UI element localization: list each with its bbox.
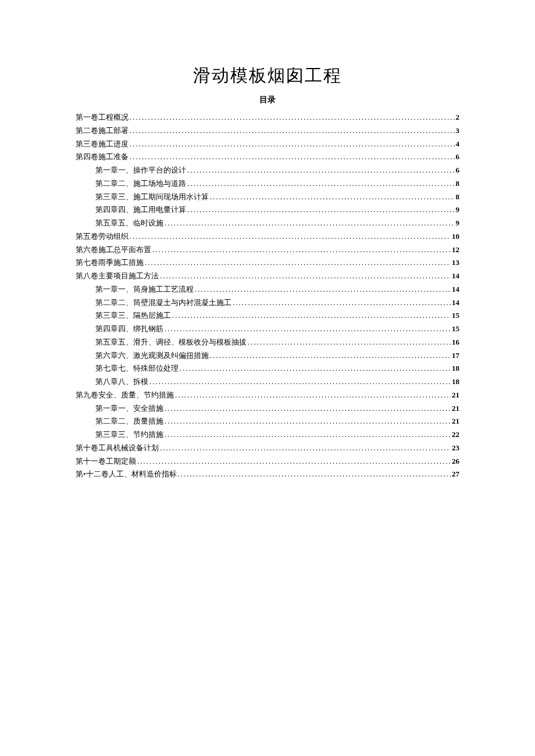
toc-dots (165, 217, 455, 230)
toc-entry-page: 8 (456, 177, 460, 191)
toc-entry-page: 15 (452, 309, 459, 323)
toc-entry-page: 14 (452, 296, 459, 310)
toc-entry: 第•十二卷人工、材料造价指标27 (76, 468, 459, 481)
toc-heading: 目录 (76, 95, 459, 105)
toc-entry-label: 第一卷工程概况 (76, 111, 129, 124)
toc-dots (233, 296, 451, 310)
toc-entry: 第二章二、筒壁混凝土与内衬混凝土施工14 (76, 296, 459, 310)
toc-dots (137, 455, 451, 468)
toc-entry: 第一卷工程概况2 (76, 111, 459, 124)
toc-dots (187, 164, 455, 177)
toc-entry-page: 27 (452, 468, 459, 481)
toc-entry-label: 第二章二、筒壁混凝土与内衬混凝土施工 (95, 296, 231, 310)
toc-entry-label: 第六章六、激光观测及纠偏扭措施 (95, 349, 209, 363)
toc-entry: 第三章三、节约措施22 (76, 428, 459, 442)
toc-dots (130, 111, 455, 124)
toc-dots (160, 442, 451, 455)
toc-entry: 第五卷劳动组织10 (76, 230, 459, 243)
toc-dots (187, 177, 455, 191)
toc-entry-page: 17 (452, 349, 459, 363)
toc-entry-label: 第三章三、施工期间现场用水计算 (95, 191, 209, 204)
toc-entry-page: 12 (452, 243, 459, 257)
toc-entry-page: 14 (452, 270, 459, 283)
toc-entry-page: 18 (452, 362, 459, 375)
toc-entry-page: 23 (452, 442, 459, 455)
toc-entry-page: 18 (452, 375, 459, 389)
toc-entry-label: 第十一卷工期定额 (76, 455, 136, 468)
table-of-contents: 第一卷工程概况2第二卷施工部署3第三卷施工进度4第四卷施工准备6第一章一、操作平… (76, 111, 459, 481)
toc-entry: 第六章六、激光观测及纠偏扭措施17 (76, 349, 459, 363)
toc-entry: 第十卷工具机械设备计划23 (76, 442, 459, 455)
toc-dots (187, 203, 455, 217)
toc-entry-label: 第六卷施工总平面布置 (76, 243, 151, 257)
toc-entry-page: 3 (456, 124, 460, 138)
toc-entry-page: 21 (452, 402, 459, 415)
toc-entry-label: 第一章一、操作平台的设计 (95, 164, 186, 177)
toc-entry-label: 第二卷施工部署 (76, 124, 129, 138)
toc-dots (210, 191, 455, 204)
toc-entry: 第三卷施工进度4 (76, 138, 459, 151)
toc-entry-label: 第十卷工具机械设备计划 (76, 442, 159, 455)
toc-entry-label: 第四卷施工准备 (76, 151, 129, 164)
toc-dots (130, 138, 455, 151)
toc-dots (160, 270, 451, 283)
toc-dots (180, 362, 451, 375)
toc-entry-page: 9 (456, 203, 460, 217)
toc-entry: 第一章一、操作平台的设计6 (76, 164, 459, 177)
toc-dots (130, 151, 455, 164)
toc-entry: 第二卷施工部署3 (76, 124, 459, 138)
toc-entry-page: 6 (456, 151, 460, 164)
document-title: 滑动模板烟囱工程 (76, 64, 459, 88)
toc-entry-label: 第五章五、滑升、调径、模板收分与模板抽拔 (95, 336, 247, 349)
toc-entry-label: 第九卷安全、质量、节约措施 (76, 389, 174, 402)
toc-entry: 第七章七、特殊部位处理18 (76, 362, 459, 375)
toc-entry: 第一章一、安全措施21 (76, 402, 459, 415)
toc-dots (248, 336, 451, 349)
toc-entry: 第九卷安全、质量、节约措施21 (76, 389, 459, 402)
toc-entry: 第七卷雨季施工措施13 (76, 256, 459, 270)
toc-dots (165, 402, 451, 415)
toc-entry: 第四章四、施工用电量计算9 (76, 203, 459, 217)
toc-dots (172, 309, 451, 323)
toc-entry-label: 第三卷施工进度 (76, 138, 129, 151)
toc-dots (165, 323, 451, 336)
toc-entry-label: 第一章一、筒身施工工艺流程 (95, 283, 194, 296)
toc-dots (165, 428, 451, 442)
toc-entry: 第一章一、筒身施工工艺流程14 (76, 283, 459, 296)
toc-entry-page: 10 (452, 230, 459, 243)
toc-entry-page: 6 (456, 164, 460, 177)
toc-entry-label: 第八卷主要项目施工方法 (76, 270, 159, 283)
toc-entry-label: 第一章一、安全措施 (95, 402, 163, 415)
toc-entry-label: 第四章四、施工用电量计算 (95, 203, 186, 217)
toc-entry-label: 第三章三、节约措施 (95, 428, 163, 442)
toc-dots (175, 389, 451, 402)
toc-entry: 第二章二、质量措施21 (76, 415, 459, 428)
toc-dots (130, 124, 455, 138)
toc-entry-label: 第三章三、隔热层施工 (95, 309, 171, 323)
toc-entry-page: 14 (452, 283, 459, 296)
toc-entry-page: 4 (456, 138, 460, 151)
toc-dots (178, 468, 451, 481)
toc-dots (210, 349, 451, 363)
toc-entry: 第三章三、施工期间现场用水计算8 (76, 191, 459, 204)
toc-dots (165, 415, 451, 428)
toc-entry-label: 第七章七、特殊部位处理 (95, 362, 179, 375)
toc-entry-page: 8 (456, 191, 460, 204)
toc-entry-label: 第•十二卷人工、材料造价指标 (76, 468, 177, 481)
toc-dots (195, 283, 451, 296)
toc-dots (152, 243, 451, 257)
toc-dots (145, 256, 451, 270)
toc-entry: 第四章四、绑扎钢筋15 (76, 323, 459, 336)
toc-entry-label: 第四章四、绑扎钢筋 (95, 323, 163, 336)
toc-entry-label: 第二章二、施工场地与道路 (95, 177, 186, 191)
toc-entry-page: 26 (452, 455, 459, 468)
toc-entry: 第三章三、隔热层施工15 (76, 309, 459, 323)
toc-entry-page: 13 (452, 256, 459, 270)
toc-entry: 第十一卷工期定额26 (76, 455, 459, 468)
toc-entry-page: 2 (456, 111, 460, 124)
toc-entry-label: 第七卷雨季施工措施 (76, 256, 144, 270)
toc-entry: 第二章二、施工场地与道路8 (76, 177, 459, 191)
toc-dots (149, 375, 451, 389)
toc-entry-page: 22 (452, 428, 459, 442)
toc-entry: 第八章八、拆模18 (76, 375, 459, 389)
